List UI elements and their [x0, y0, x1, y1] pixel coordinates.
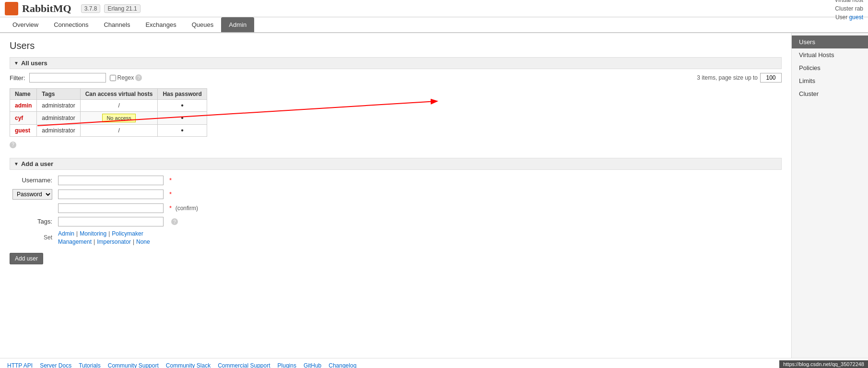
tag-none[interactable]: None — [136, 238, 150, 245]
password-type-cell: Password — [10, 187, 55, 202]
password-required: * — [166, 187, 201, 202]
all-users-title: All users — [21, 59, 47, 67]
col-has-password: Has password — [158, 89, 207, 100]
password-input[interactable] — [58, 190, 164, 199]
user-name-cell: cyf — [10, 112, 37, 125]
user-name-link[interactable]: cyf — [15, 115, 23, 121]
password-type-select[interactable]: Password — [12, 189, 52, 200]
user-password-cell: • — [158, 125, 207, 137]
tags-help-cell: ? — [166, 215, 201, 228]
add-user-title: Add a user — [21, 160, 53, 167]
footer: HTTP API Server Docs Tutorials Community… — [0, 358, 868, 368]
username-row: Username: * — [10, 174, 201, 187]
nav-exchanges[interactable]: Exchanges — [138, 17, 184, 32]
set-label: Set — [10, 228, 55, 247]
sidebar-item-users[interactable]: Users — [792, 36, 868, 48]
password-dot: • — [181, 126, 184, 134]
add-user-button[interactable]: Add user — [10, 253, 43, 264]
collapse-arrow-icon: ▼ — [14, 60, 19, 66]
tag-impersonator[interactable]: Impersonator — [97, 238, 131, 245]
username-input[interactable] — [58, 176, 164, 185]
footer-tutorials[interactable]: Tutorials — [79, 362, 101, 368]
regex-help-icon[interactable]: ? — [135, 74, 142, 81]
password-confirm-row: * (confirm) — [10, 202, 201, 215]
users-table: Name Tags Can access virtual hosts Has p… — [10, 88, 207, 137]
tag-management[interactable]: Management — [58, 238, 92, 245]
footer-community-slack[interactable]: Community Slack — [166, 362, 211, 368]
page-size-row: 3 items, page size up to — [697, 73, 782, 83]
users-table-container: Name Tags Can access virtual hosts Has p… — [10, 88, 782, 137]
add-user-section: ▼ Add a user Username: * Password — [10, 158, 782, 264]
password-dot: • — [181, 114, 184, 122]
sidebar: Users Virtual Hosts Policies Limits Clus… — [791, 33, 868, 358]
logo-text: RabbitMQ — [22, 2, 71, 15]
user-vhosts-cell: / — [80, 125, 158, 137]
nav-overview[interactable]: Overview — [5, 17, 46, 32]
nav-queues[interactable]: Queues — [184, 17, 222, 32]
cluster-value: rab — [855, 5, 863, 12]
page-size-input[interactable] — [760, 73, 782, 83]
user-name-link[interactable]: guest — [15, 127, 30, 134]
tags-label: Tags: — [10, 215, 55, 228]
sidebar-item-limits[interactable]: Limits — [792, 74, 868, 87]
confirm-label: (confirm) — [176, 205, 198, 212]
password-confirm-input[interactable] — [58, 203, 164, 213]
tags-input[interactable] — [58, 217, 164, 226]
password-confirm-spacer — [10, 202, 55, 215]
erlang-badge: Erlang 21.1 — [104, 4, 140, 13]
password-dot: • — [181, 101, 184, 109]
table-help-icon[interactable]: ? — [10, 142, 16, 148]
logo-icon — [5, 2, 18, 15]
main-content: Users ▼ All users Filter: Regex ? 3 item… — [0, 33, 791, 358]
password-input-cell — [55, 187, 166, 202]
col-virtual-hosts: Can access virtual hosts — [80, 89, 158, 100]
user-password-cell: • — [158, 100, 207, 112]
status-bar: https://blog.csdn.net/qq_35072248 — [779, 360, 868, 368]
tag-links-container: Admin | Monitoring | Policymaker — [58, 230, 198, 237]
no-access-badge: No access — [102, 114, 135, 122]
sidebar-item-policies[interactable]: Policies — [792, 61, 868, 74]
filter-input[interactable] — [29, 73, 106, 83]
tags-input-cell — [55, 215, 166, 228]
tags-row: Tags: ? — [10, 215, 201, 228]
add-user-section-header[interactable]: ▼ Add a user — [10, 158, 782, 170]
all-users-section-header[interactable]: ▼ All users — [10, 57, 782, 69]
table-row: cyf administrator No access • — [10, 112, 207, 125]
footer-http-api[interactable]: HTTP API — [7, 362, 33, 368]
nav-admin[interactable]: Admin — [221, 17, 254, 32]
footer-server-docs[interactable]: Server Docs — [40, 362, 71, 368]
tag-links-container-2: Management | Impersonator | None — [58, 238, 198, 245]
regex-checkbox[interactable] — [110, 75, 116, 81]
page-size-prefix: 3 items, page size up to — [697, 74, 758, 81]
footer-github[interactable]: GitHub — [304, 362, 321, 368]
main-nav: Overview Connections Channels Exchanges … — [0, 17, 868, 33]
footer-plugins[interactable]: Plugins — [278, 362, 296, 368]
vhost-slash: / — [118, 102, 119, 109]
nav-connections[interactable]: Connections — [46, 17, 96, 32]
version-badge: 3.7.8 — [81, 4, 101, 13]
add-user-form: Username: * Password * — [10, 174, 201, 247]
regex-label[interactable]: Regex ? — [110, 74, 142, 81]
virtual-host-label: Virtual host — [834, 0, 863, 3]
tag-policymaker[interactable]: Policymaker — [112, 230, 143, 237]
user-name-cell: admin — [10, 100, 37, 112]
tag-monitoring[interactable]: Monitoring — [80, 230, 106, 237]
user-vhosts-cell: / — [80, 100, 158, 112]
footer-changelog[interactable]: Changelog — [328, 362, 356, 368]
nav-channels[interactable]: Channels — [96, 17, 138, 32]
cluster-label: Cluster — [835, 5, 853, 12]
sidebar-item-virtual-hosts[interactable]: Virtual Hosts — [792, 48, 868, 61]
user-value[interactable]: guest — [849, 14, 863, 21]
username-label: Username: — [10, 174, 55, 187]
user-name-link[interactable]: admin — [15, 102, 32, 109]
sidebar-item-cluster[interactable]: Cluster — [792, 87, 868, 100]
footer-commercial-support[interactable]: Commercial Support — [218, 362, 270, 368]
password-confirm-labels: * (confirm) — [166, 202, 201, 215]
vhost-slash: / — [118, 127, 119, 134]
content-area: Users ▼ All users Filter: Regex ? 3 item… — [0, 33, 868, 358]
tags-set-row: Set Admin | Monitoring | Policymaker Man… — [10, 228, 201, 247]
tag-admin[interactable]: Admin — [58, 230, 74, 237]
tags-help-icon[interactable]: ? — [171, 218, 178, 225]
footer-community-support[interactable]: Community Support — [108, 362, 159, 368]
username-input-cell — [55, 174, 166, 187]
